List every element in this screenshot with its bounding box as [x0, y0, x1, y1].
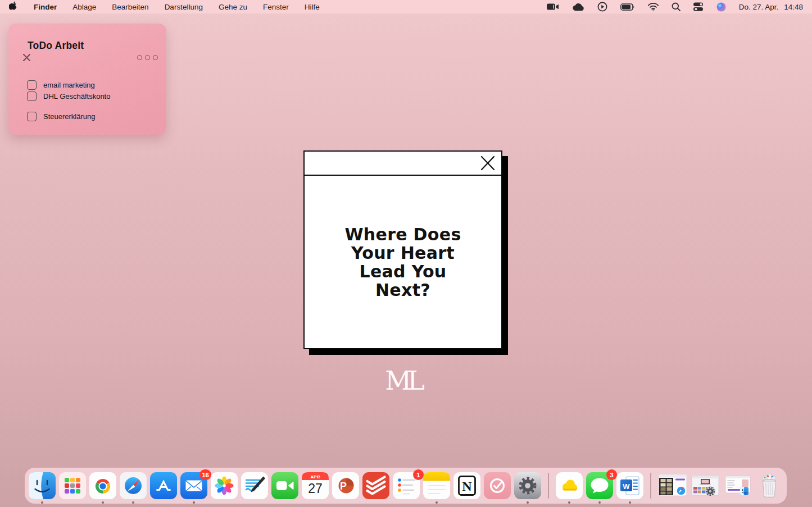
heading-line: Where Does [344, 225, 461, 244]
heading-line: Next? [344, 281, 461, 299]
calendar-month: APR [311, 474, 320, 479]
notification-badge: 1 [413, 469, 424, 480]
dock-system-settings-icon[interactable] [514, 472, 541, 499]
popup-window: Where Does Your Heart Lead You Next? [303, 150, 502, 349]
running-indicator [568, 501, 570, 504]
dock-trash-full-icon[interactable] [756, 472, 783, 499]
running-indicator [102, 501, 104, 504]
todo-checkbox[interactable] [27, 92, 37, 101]
running-indicator [193, 501, 195, 504]
sticky-note-todo[interactable]: ToDo Arbeit email marketing DHL Geschäft… [8, 24, 166, 135]
todo-label: email marketing [43, 81, 95, 89]
notification-badge: 3 [606, 469, 617, 480]
todo-label: DHL Geschäftskonto [43, 92, 110, 101]
todo-item: Steuererklärung [27, 112, 96, 121]
dock-notes-icon[interactable] [423, 472, 450, 499]
dock-word-icon[interactable]: W [616, 472, 643, 499]
todo-label: Steuererklärung [43, 112, 96, 121]
dock-task-check-app-icon[interactable] [484, 472, 511, 499]
heading-line: Lead You [344, 262, 461, 281]
dock-cloud-app-icon[interactable] [556, 472, 583, 499]
calendar-day: 27 [308, 481, 323, 496]
todo-item: email marketing [27, 80, 95, 90]
apple-icon[interactable] [9, 1, 18, 13]
note-more-icon[interactable] [137, 55, 158, 60]
dock-todoist-icon[interactable] [362, 472, 389, 499]
running-indicator [598, 501, 601, 504]
dock-chrome-icon[interactable] [89, 472, 116, 499]
dock-powerpoint-icon[interactable]: P [332, 472, 359, 499]
dock: 16 APR27 P 1 N [25, 468, 787, 504]
popup-title-bar[interactable] [305, 152, 501, 176]
dock-photos-icon[interactable] [211, 472, 238, 499]
dock-divider [650, 473, 651, 499]
dock-minimized-finder-window[interactable] [723, 473, 752, 498]
dock-notion-icon[interactable]: N [453, 472, 480, 499]
menu-app-name[interactable]: Finder [34, 3, 57, 11]
play-circle-icon[interactable] [597, 2, 607, 12]
note-close-icon[interactable] [22, 53, 31, 64]
dock-mail-icon[interactable]: 16 [180, 472, 207, 499]
menu-item-gehe-zu[interactable]: Gehe zu [219, 3, 247, 11]
heading-line: Your Heart [344, 244, 461, 262]
dock-calendar-icon[interactable]: APR27 [302, 472, 329, 499]
running-indicator [41, 501, 43, 504]
running-indicator [132, 501, 134, 504]
menu-item-darstellung[interactable]: Darstellung [165, 3, 203, 11]
dock-minimized-settings-window[interactable] [691, 473, 720, 498]
menu-bar-time[interactable]: 14:48 [784, 3, 803, 11]
menu-item-ablage[interactable]: Ablage [72, 3, 96, 11]
menu-bar-date[interactable]: Do. 27. Apr. [739, 3, 779, 11]
word-letter: W [623, 482, 630, 491]
menu-bar: Finder Ablage Bearbeiten Darstellung Geh… [0, 0, 812, 13]
dock-facetime-icon[interactable] [271, 472, 298, 499]
notification-badge: 16 [199, 469, 211, 480]
search-icon[interactable] [672, 2, 681, 11]
popup-heading: Where Does Your Heart Lead You Next? [344, 225, 461, 299]
dock-launchpad-icon[interactable] [59, 472, 86, 499]
cloud-icon[interactable] [572, 3, 584, 11]
video-camera-icon[interactable] [547, 2, 559, 11]
battery-icon[interactable] [620, 3, 635, 11]
dock-finder-icon[interactable] [29, 472, 56, 499]
running-indicator [436, 501, 438, 504]
dock-reminders-icon[interactable]: 1 [393, 472, 420, 499]
dock-messages-icon[interactable]: 3 [586, 472, 613, 499]
control-center-icon[interactable] [693, 2, 704, 11]
dock-app-store-icon[interactable] [150, 472, 177, 499]
running-indicator [527, 501, 529, 504]
ml-logo: ML [303, 366, 502, 396]
popup-body: Where Does Your Heart Lead You Next? [305, 176, 501, 348]
dock-safari-icon[interactable] [120, 472, 147, 499]
dock-divider [548, 473, 549, 499]
powerpoint-letter: P [340, 481, 347, 492]
menu-item-fenster[interactable]: Fenster [263, 3, 289, 11]
note-title: ToDo Arbeit [28, 40, 84, 52]
siri-icon[interactable] [716, 2, 726, 12]
todo-checkbox[interactable] [27, 112, 37, 121]
dock-minimized-safari-window[interactable] [658, 473, 687, 498]
notion-letter: N [462, 479, 472, 494]
popup-close-icon[interactable] [479, 155, 496, 173]
todo-item: DHL Geschäftskonto [27, 92, 110, 101]
todo-checkbox[interactable] [27, 80, 37, 90]
wifi-icon[interactable] [648, 3, 659, 11]
dock-goodnotes-icon[interactable] [241, 472, 268, 499]
menu-item-hilfe[interactable]: Hilfe [305, 3, 320, 11]
menu-item-bearbeiten[interactable]: Bearbeiten [112, 3, 148, 11]
running-indicator [629, 501, 631, 504]
